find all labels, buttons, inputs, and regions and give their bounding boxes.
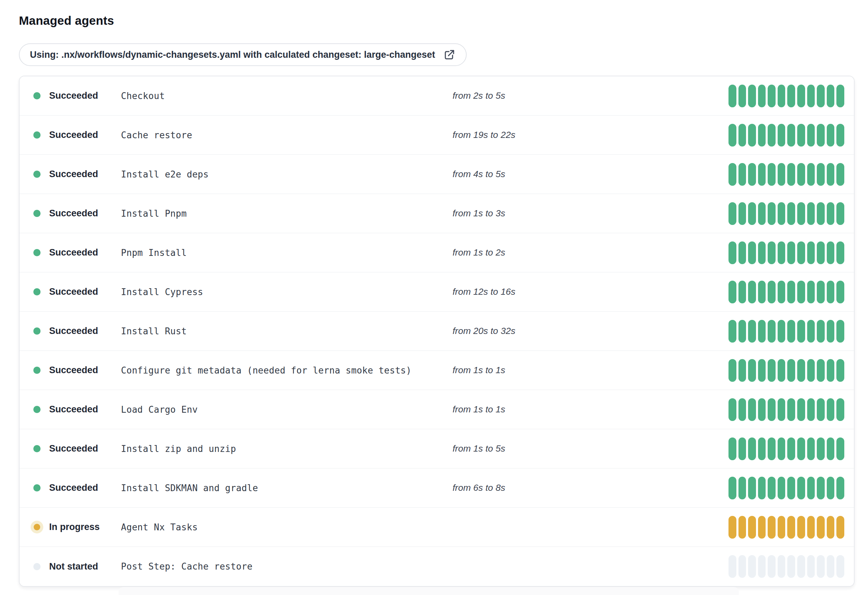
progress-segment xyxy=(758,438,766,460)
progress-segment xyxy=(748,163,756,186)
progress-bar xyxy=(728,359,844,382)
progress-segment xyxy=(787,359,795,382)
progress-segment xyxy=(738,84,746,107)
progress-segment xyxy=(807,438,815,460)
workflow-file-link[interactable]: Using: .nx/workflows/dynamic-changesets.… xyxy=(19,43,466,66)
progress-bar xyxy=(728,281,844,303)
status-dot xyxy=(33,288,41,295)
progress-segment xyxy=(748,84,756,107)
progress-segment xyxy=(797,84,805,107)
progress-segment xyxy=(768,359,776,382)
progress-segment xyxy=(778,477,785,499)
progress-segment xyxy=(778,124,785,147)
progress-segment xyxy=(728,438,737,460)
progress-segment xyxy=(827,398,835,421)
progress-bar xyxy=(728,124,844,147)
progress-segment xyxy=(738,163,746,186)
progress-bar xyxy=(728,320,844,343)
progress-segment xyxy=(807,281,815,303)
progress-segment xyxy=(728,281,737,303)
progress-segment xyxy=(738,320,746,343)
progress-segment xyxy=(768,202,776,225)
progress-segment xyxy=(728,320,737,343)
status-label: Succeeded xyxy=(49,169,98,179)
agent-step-row: Succeeded Install Rust from 20s to 32s xyxy=(19,312,854,351)
progress-segment xyxy=(787,241,795,264)
progress-segment xyxy=(807,555,815,578)
status-label: Succeeded xyxy=(49,247,98,258)
step-duration: from 1s to 5s xyxy=(453,443,728,454)
status-dot xyxy=(33,563,41,570)
progress-segment xyxy=(836,241,844,264)
progress-segment xyxy=(778,516,785,539)
step-duration: from 1s to 3s xyxy=(453,208,728,219)
progress-segment xyxy=(748,124,756,147)
progress-segment xyxy=(748,281,756,303)
step-name: Agent Nx Tasks xyxy=(121,522,453,533)
step-duration: from 4s to 5s xyxy=(453,169,728,179)
progress-segment xyxy=(787,555,795,578)
progress-segment xyxy=(728,398,737,421)
agent-step-row: Succeeded Cache restore from 19s to 22s xyxy=(19,115,854,155)
progress-bar xyxy=(728,398,844,421)
progress-segment xyxy=(797,477,805,499)
progress-segment xyxy=(738,281,746,303)
progress-segment xyxy=(807,359,815,382)
progress-segment xyxy=(748,359,756,382)
step-duration: from 6s to 8s xyxy=(453,483,728,493)
agent-step-row: Succeeded Install Cypress from 12s to 16… xyxy=(19,272,854,312)
progress-segment xyxy=(836,84,844,107)
status-cell: Succeeded xyxy=(33,443,121,454)
external-link-icon[interactable] xyxy=(443,49,456,61)
status-label: Succeeded xyxy=(49,130,98,140)
agent-step-row: Succeeded Install SDKMAN and gradle from… xyxy=(19,468,854,508)
progress-segment xyxy=(768,320,776,343)
progress-segment xyxy=(768,398,776,421)
status-dot xyxy=(33,445,41,452)
progress-segment xyxy=(758,477,766,499)
progress-segment xyxy=(807,241,815,264)
progress-segment xyxy=(807,124,815,147)
progress-segment xyxy=(758,124,766,147)
status-dot xyxy=(33,484,41,491)
status-cell: Not started xyxy=(33,561,121,572)
progress-segment xyxy=(778,281,785,303)
progress-segment xyxy=(836,124,844,147)
progress-segment xyxy=(778,84,785,107)
progress-segment xyxy=(768,163,776,186)
status-cell: Succeeded xyxy=(33,404,121,415)
progress-segment xyxy=(738,359,746,382)
status-dot xyxy=(33,132,41,139)
progress-segment xyxy=(778,202,785,225)
progress-segment xyxy=(778,555,785,578)
status-dot xyxy=(33,210,41,217)
progress-segment xyxy=(768,124,776,147)
status-dot xyxy=(33,92,41,99)
progress-segment xyxy=(836,477,844,499)
progress-segment xyxy=(836,281,844,303)
progress-segment xyxy=(817,555,825,578)
progress-segment xyxy=(797,281,805,303)
progress-segment xyxy=(817,241,825,264)
progress-segment xyxy=(738,398,746,421)
progress-segment xyxy=(827,359,835,382)
progress-segment xyxy=(768,555,776,578)
progress-segment xyxy=(768,241,776,264)
progress-segment xyxy=(787,84,795,107)
status-label: Succeeded xyxy=(49,404,98,415)
step-name: Configure git metadata (needed for lerna… xyxy=(121,365,453,376)
progress-bar xyxy=(728,84,844,107)
progress-segment xyxy=(787,516,795,539)
step-name: Install Cypress xyxy=(121,287,453,297)
step-name: Post Step: Cache restore xyxy=(121,561,453,571)
agent-step-row: Succeeded Checkout from 2s to 5s xyxy=(19,76,854,115)
progress-segment xyxy=(817,84,825,107)
progress-segment xyxy=(728,516,737,539)
progress-segment xyxy=(797,202,805,225)
progress-segment xyxy=(797,163,805,186)
progress-segment xyxy=(827,124,835,147)
progress-segment xyxy=(768,516,776,539)
status-dot xyxy=(33,170,41,178)
progress-segment xyxy=(748,241,756,264)
progress-segment xyxy=(817,281,825,303)
